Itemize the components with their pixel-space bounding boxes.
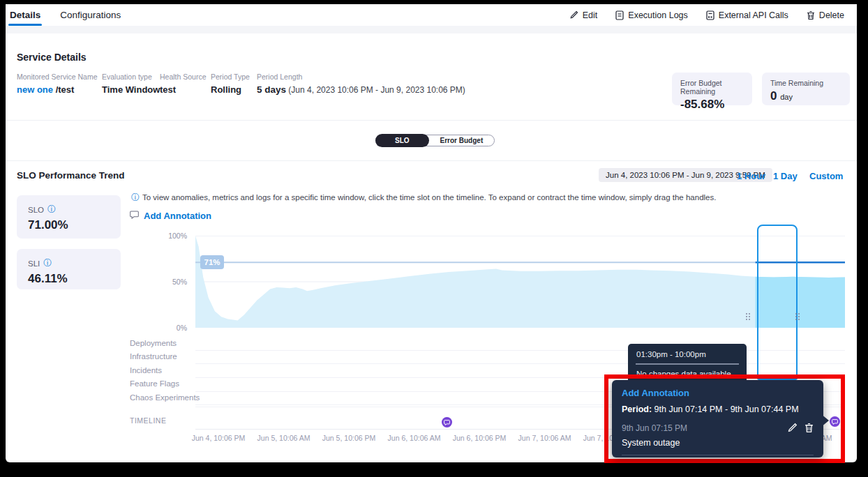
document-icon [615, 10, 624, 20]
change-lanes: Deployments Infrastructure Incidents Fea… [130, 336, 200, 404]
selection-right-handle[interactable] [795, 313, 800, 320]
header-actions: Edit Execution Logs External API Calls D… [569, 10, 857, 20]
popup-add-annotation-link[interactable]: Add Annotation [612, 380, 823, 398]
range-1-hour[interactable]: 1 Hour [737, 171, 765, 181]
y-axis-label: 0% [162, 324, 187, 332]
y-axis-label: 100% [162, 232, 187, 240]
x-tick-label: Jun 6, 10:06 AM [383, 434, 446, 442]
add-annotation-button[interactable]: Add Annotation [130, 211, 211, 221]
annotation-timestamp: 9th Jun 07:15 PM [622, 423, 687, 433]
slo-card: SLOⓘ 71.00% [17, 195, 121, 238]
changes-tooltip: 01:30pm - 10:00pm No changes data availa… [628, 344, 747, 385]
x-tick-label: Jun 7, 10:06 AM [514, 434, 576, 442]
toggle-error-budget[interactable]: Error Budget [429, 135, 495, 146]
toggle-slo[interactable]: SLO [375, 134, 429, 147]
divider [6, 160, 857, 161]
top-bar: Details Configurations Edit Execution Lo… [6, 4, 857, 26]
execution-logs-button[interactable]: Execution Logs [615, 10, 687, 20]
annotation-message: System outage [612, 433, 823, 448]
popup-arrow [821, 414, 829, 427]
field-health-source: Health Source test [160, 73, 207, 95]
edit-annotation-icon[interactable] [787, 423, 798, 433]
error-budget-remaining-card: Error Budget Remaining -85.68% [672, 73, 752, 105]
field-monitored-service-name: Monitored Service Name new one /test [17, 73, 98, 95]
info-icon[interactable]: ⓘ [47, 204, 56, 215]
x-tick-label: Jun 4, 10:06 PM [187, 434, 250, 442]
lane-divider [195, 377, 845, 378]
trash-icon [807, 10, 815, 20]
x-tick-label: Jun 5, 10:06 PM [317, 434, 380, 442]
info-icon: ⓘ [131, 192, 140, 204]
delete-annotation-icon[interactable] [805, 423, 814, 433]
view-toggle: SLO Error Budget [375, 135, 495, 146]
service-details-title: Service Details [17, 52, 87, 63]
lane-deployments: Deployments [130, 336, 200, 350]
lane-chaos-experiments: Chaos Experiments [130, 391, 200, 404]
edit-button[interactable]: Edit [569, 10, 598, 20]
field-evaluation-type: Evaluation type Time Window [102, 73, 160, 95]
trend-title: SLO Performance Trend [17, 170, 125, 181]
tab-configurations[interactable]: Configurations [60, 4, 121, 26]
monitored-service-link[interactable]: new one [17, 84, 53, 95]
tab-bar: Details Configurations [6, 4, 121, 26]
lane-incidents: Incidents [130, 363, 200, 377]
field-period-type: Period Type Rolling [211, 73, 250, 95]
pencil-icon [569, 10, 578, 20]
time-window-selection[interactable] [757, 225, 798, 380]
selection-left-handle[interactable] [746, 313, 750, 320]
timeline-label: TIMELINE [130, 416, 166, 425]
document-external-icon [706, 10, 714, 20]
annotation-marker[interactable] [442, 417, 452, 427]
range-custom[interactable]: Custom [809, 171, 843, 181]
divider [6, 120, 857, 121]
speech-bubble-icon [130, 211, 139, 221]
external-api-calls-button[interactable]: External API Calls [706, 10, 788, 20]
objective-value-badge: 71% [200, 255, 224, 269]
annotation-popup: Add Annotation Period: 9th Jun 07:14 PM … [612, 380, 823, 457]
field-period-length: Period Length 5 days (Jun 4, 2023 10:06 … [257, 73, 465, 95]
range-1-day[interactable]: 1 Day [773, 171, 798, 181]
annotation-marker[interactable] [830, 416, 840, 427]
delete-button[interactable]: Delete [807, 10, 844, 20]
x-tick-label: Jun 5, 10:06 AM [253, 434, 315, 442]
lane-divider [195, 350, 845, 351]
x-tick-label: Jun 6, 10:06 PM [448, 434, 511, 442]
lane-feature-flags: Feature Flags [130, 377, 200, 391]
y-axis-label: 50% [162, 278, 187, 286]
time-remaining-card: Time Remaining 0 day [762, 73, 850, 105]
lane-infrastructure: Infrastructure [130, 350, 200, 364]
timeline-help-text: To view anomalies, metrics and logs for … [142, 193, 791, 202]
section-separator [6, 26, 857, 33]
lane-divider [195, 363, 845, 364]
page: Details Configurations Edit Execution Lo… [0, 0, 868, 477]
tab-details[interactable]: Details [10, 4, 40, 26]
info-icon[interactable]: ⓘ [43, 257, 52, 269]
sli-card: SLIⓘ 46.11% [17, 249, 121, 289]
